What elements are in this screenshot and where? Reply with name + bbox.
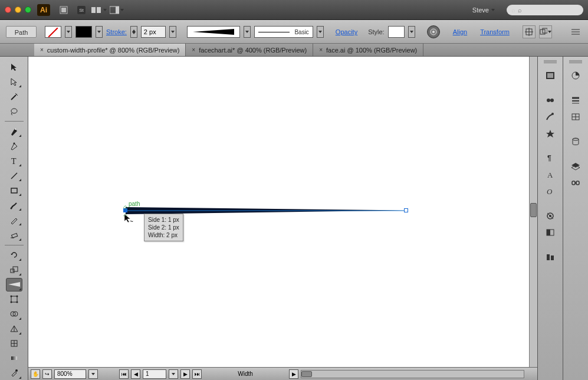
graphic-style-dropdown[interactable] bbox=[408, 26, 415, 38]
artboard-field[interactable]: 1 bbox=[143, 369, 166, 379]
artboard-dropdown[interactable] bbox=[169, 369, 178, 379]
lasso-tool[interactable] bbox=[6, 104, 22, 118]
mesh-tool[interactable] bbox=[6, 337, 22, 350]
workspace-switcher-icon[interactable] bbox=[109, 4, 124, 17]
svg-point-25 bbox=[11, 109, 17, 113]
curvature-tool[interactable] bbox=[6, 139, 22, 153]
menu-stock-icon[interactable]: St bbox=[74, 4, 89, 17]
paintbrush-tool[interactable] bbox=[6, 198, 22, 212]
search-input[interactable] bbox=[518, 6, 579, 14]
next-artboard-button[interactable]: ▶ bbox=[180, 369, 190, 379]
transform-link[interactable]: Transform bbox=[480, 28, 510, 35]
transform-panel-icon[interactable] bbox=[567, 109, 584, 125]
horizontal-scrollbar[interactable] bbox=[301, 370, 524, 378]
horizontal-scroll-thumb[interactable] bbox=[301, 371, 312, 377]
close-tab-icon[interactable]: × bbox=[319, 47, 323, 53]
rectangle-tool[interactable] bbox=[6, 184, 22, 197]
opacity-label[interactable]: Opacity bbox=[336, 28, 357, 35]
pen-tool[interactable] bbox=[6, 125, 22, 138]
color-guide-panel-icon[interactable] bbox=[567, 67, 584, 84]
zoom-field[interactable]: 800% bbox=[54, 369, 86, 379]
arrange-documents-icon[interactable] bbox=[91, 4, 107, 17]
brush-definition[interactable]: Basic bbox=[254, 26, 313, 38]
stroke-panel-icon-2[interactable] bbox=[567, 92, 584, 109]
isolate-button[interactable] bbox=[523, 25, 536, 38]
libraries-panel-icon[interactable] bbox=[567, 133, 584, 150]
document-tab[interactable]: × face.ai @ 100% (RGB/Preview) bbox=[313, 44, 423, 56]
dock-grip[interactable] bbox=[569, 60, 582, 64]
status-menu-button[interactable]: ▶ bbox=[289, 369, 298, 379]
rotate-tool[interactable] bbox=[6, 248, 22, 261]
svg-text:T: T bbox=[11, 157, 17, 165]
vertical-scroll-thumb[interactable] bbox=[530, 203, 537, 217]
stroke-weight-dropdown[interactable] bbox=[169, 26, 176, 38]
search-input-wrap[interactable]: ⌕ bbox=[507, 5, 583, 15]
last-artboard-button[interactable]: ⏭ bbox=[192, 369, 202, 379]
align-link[interactable]: Align bbox=[453, 28, 467, 35]
svg-point-59 bbox=[547, 99, 550, 102]
gradient-tool[interactable] bbox=[6, 352, 22, 365]
zoom-dropdown[interactable] bbox=[88, 369, 98, 379]
perspective-grid-tool[interactable] bbox=[6, 322, 22, 336]
direct-selection-tool[interactable] bbox=[6, 75, 22, 89]
brush-definition-dropdown[interactable] bbox=[317, 26, 324, 38]
fill-swatch[interactable] bbox=[45, 26, 61, 38]
stroke-dropdown[interactable] bbox=[96, 26, 103, 38]
scale-tool[interactable] bbox=[6, 263, 22, 277]
layers-panel-icon[interactable] bbox=[567, 158, 584, 175]
svg-point-27 bbox=[13, 142, 15, 144]
color-panel-icon[interactable] bbox=[541, 67, 559, 84]
width-point-marker[interactable]: ◇ bbox=[123, 204, 127, 210]
variable-width-dropdown[interactable] bbox=[244, 26, 251, 38]
stroke-panel-icon[interactable]: ¶ bbox=[541, 150, 559, 166]
eraser-tool[interactable] bbox=[6, 228, 22, 241]
stroke-swatch[interactable] bbox=[75, 26, 92, 38]
appearance-panel-icon[interactable] bbox=[541, 208, 559, 224]
shape-builder-tool[interactable] bbox=[6, 307, 22, 321]
symbols-panel-icon[interactable] bbox=[541, 125, 559, 142]
canvas[interactable]: path ◇ ◇ ~ Side 1: 1 px Side 2: 1 px Wid… bbox=[28, 57, 529, 367]
controlbar-menu-icon[interactable] bbox=[569, 25, 582, 38]
window-minimize[interactable] bbox=[15, 6, 21, 13]
free-transform-tool[interactable] bbox=[6, 293, 22, 306]
line-segment-tool[interactable] bbox=[6, 169, 22, 182]
stroke-weight-stepper[interactable] bbox=[130, 26, 137, 38]
character-panel-icon[interactable]: A bbox=[541, 166, 559, 183]
graphic-style[interactable] bbox=[388, 26, 405, 38]
fill-dropdown[interactable] bbox=[65, 26, 72, 38]
dock-grip[interactable] bbox=[544, 60, 557, 64]
selection-tool[interactable] bbox=[6, 60, 22, 74]
width-tool[interactable] bbox=[6, 278, 22, 291]
vertical-scrollbar[interactable] bbox=[529, 57, 537, 367]
type-tool[interactable]: T bbox=[6, 154, 22, 168]
align-panel-icon[interactable] bbox=[541, 249, 559, 266]
swatches-panel-icon[interactable] bbox=[541, 92, 559, 109]
edit-clip-button[interactable] bbox=[539, 25, 552, 38]
close-tab-icon[interactable]: × bbox=[192, 47, 195, 53]
graphic-styles-panel-icon[interactable] bbox=[541, 224, 559, 241]
close-tab-icon[interactable]: × bbox=[40, 47, 44, 53]
window-close[interactable] bbox=[5, 6, 11, 13]
stroke-label[interactable]: Stroke: bbox=[106, 28, 127, 35]
first-artboard-button[interactable]: ⏮ bbox=[119, 369, 129, 379]
pencil-tool[interactable] bbox=[6, 213, 22, 227]
svg-rect-72 bbox=[551, 255, 554, 260]
artboard-nav-icon[interactable]: ↪ bbox=[42, 369, 52, 379]
variable-width-profile[interactable] bbox=[187, 26, 240, 38]
window-zoom[interactable] bbox=[25, 6, 31, 13]
stroke-weight-input[interactable] bbox=[141, 26, 166, 38]
eyedropper-tool[interactable] bbox=[6, 366, 22, 380]
svg-rect-7 bbox=[116, 6, 119, 14]
recolor-artwork-button[interactable] bbox=[427, 25, 440, 38]
document-tab[interactable]: × custom-width-profile* @ 800% (RGB/Prev… bbox=[34, 44, 186, 56]
user-menu[interactable]: Steve bbox=[469, 6, 498, 14]
hand-tool-shortcut[interactable]: ✋ bbox=[31, 369, 40, 379]
anchor-point[interactable] bbox=[404, 208, 408, 212]
menu-bridge-icon[interactable] bbox=[56, 4, 71, 17]
document-tab[interactable]: × facechart.ai* @ 400% (RGB/Preview) bbox=[186, 44, 313, 56]
brushes-panel-icon[interactable] bbox=[541, 109, 559, 125]
magic-wand-tool[interactable] bbox=[6, 90, 22, 103]
opentype-panel-icon[interactable]: O bbox=[541, 183, 559, 199]
links-panel-icon[interactable] bbox=[567, 175, 584, 191]
prev-artboard-button[interactable]: ◀ bbox=[131, 369, 140, 379]
